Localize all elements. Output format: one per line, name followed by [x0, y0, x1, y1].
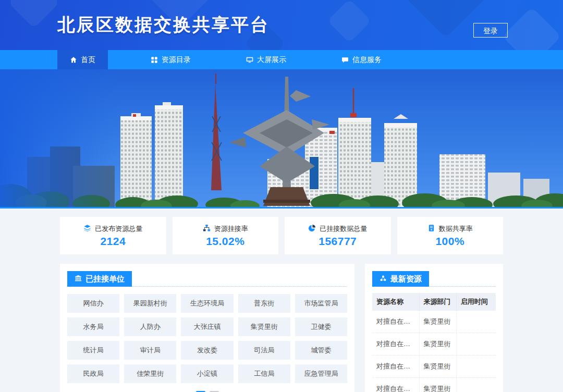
resource-name-cell[interactable]: 对擅自在市...	[372, 378, 419, 392]
nav-item-label: 大屏展示	[257, 55, 286, 65]
resource-name-cell[interactable]: 对擅自在异...	[372, 356, 419, 378]
unit-chip[interactable]: 普东街	[238, 294, 290, 313]
enable-time-cell	[456, 333, 496, 356]
unit-chip[interactable]: 市场监管局	[295, 294, 347, 313]
table-row[interactable]: 对擅自在涵... 集贤里街	[372, 311, 496, 333]
unit-chip[interactable]: 司法局	[238, 341, 290, 360]
connected-units-header: 已挂接单位	[67, 271, 132, 287]
unit-chip[interactable]: 水务局	[67, 317, 119, 336]
resource-name-cell[interactable]: 对擅自在涵...	[372, 311, 419, 333]
stat-value: 15.02%	[206, 235, 244, 248]
stat-label: 已发布资源总量	[95, 224, 142, 234]
unit-chip[interactable]: 民政局	[67, 364, 119, 383]
enable-time-cell	[456, 356, 496, 378]
nav-item-label: 资源目录	[162, 55, 191, 65]
latest-resources-header: 最新资源	[372, 271, 429, 287]
nav-item-resource-catalog[interactable]: 资源目录	[138, 50, 203, 69]
chat-icon	[341, 56, 349, 64]
unit-chip[interactable]: 审计局	[124, 341, 176, 360]
layers-icon	[83, 224, 91, 234]
home-icon	[70, 56, 77, 64]
stat-value: 2124	[100, 235, 126, 248]
unit-chip[interactable]: 发改委	[181, 341, 233, 360]
column-header-resource-name: 资源名称	[372, 293, 419, 311]
column-header-source-dept: 来源部门	[419, 293, 456, 311]
unit-chip[interactable]: 集贤里街	[238, 317, 290, 336]
stat-card-share-rate: 数据共享率 100%	[397, 217, 504, 254]
nav-item-label: 信息服务	[352, 55, 382, 65]
screen-icon	[246, 56, 253, 64]
stat-label: 数据共享率	[439, 224, 473, 234]
stat-label: 已挂接数据总量	[320, 224, 367, 234]
resource-name-cell[interactable]: 对擅自在透...	[372, 333, 419, 356]
nav-item-label: 首页	[81, 55, 95, 65]
site-title: 北辰区数据交换共享平台	[57, 13, 270, 37]
stats-row: 已发布资源总量 2124 资源挂接率 15.02% 已挂接数据总量 156777…	[60, 217, 503, 254]
source-dept-cell: 集贤里街	[419, 378, 456, 392]
enable-time-cell	[456, 311, 496, 333]
panel-title: 最新资源	[390, 274, 422, 284]
unit-chip[interactable]: 网信办	[67, 294, 119, 313]
main-nav: 首页 资源目录 大屏展示 信息服务	[0, 50, 563, 69]
panel-title: 已挂接单位	[85, 274, 125, 284]
unit-chip[interactable]: 工信局	[238, 364, 290, 383]
unit-chip[interactable]: 果园新村街	[124, 294, 176, 313]
unit-chip[interactable]: 生态环境局	[181, 294, 233, 313]
hero-banner-image	[0, 69, 563, 209]
stat-card-published-resources: 已发布资源总量 2124	[60, 217, 166, 254]
connected-units-panel: 已挂接单位 网信办 果园新村街 生态环境局 普东街 市场监管局 水务局 人防办 …	[60, 264, 354, 392]
table-header-row: 资源名称 来源部门 启用时间	[372, 293, 496, 311]
enable-time-cell	[456, 378, 496, 392]
flowchart-icon	[203, 224, 211, 234]
data-share-icon	[427, 224, 435, 234]
unit-chip[interactable]: 人防办	[124, 317, 176, 336]
header-pattern-shape	[327, 0, 372, 43]
stat-card-attached-data: 已挂接数据总量 156777	[285, 217, 391, 254]
unit-chip[interactable]: 佳荣里街	[124, 364, 176, 383]
header-pattern-shape	[8, 0, 60, 28]
bank-icon	[75, 275, 82, 284]
unit-chip[interactable]: 统计局	[67, 341, 119, 360]
unit-chip[interactable]: 小淀镇	[181, 364, 233, 383]
unit-chip[interactable]: 大张庄镇	[181, 317, 233, 336]
nav-item-big-screen[interactable]: 大屏展示	[234, 50, 299, 69]
table-row[interactable]: 对擅自在市... 集贤里街	[372, 378, 496, 392]
stat-label: 资源挂接率	[214, 224, 248, 234]
nav-item-info-service[interactable]: 信息服务	[329, 50, 394, 69]
unit-chip[interactable]: 应急管理局	[295, 364, 347, 383]
pie-icon	[308, 224, 316, 234]
column-header-enable-time: 启用时间	[456, 293, 496, 311]
source-dept-cell: 集贤里街	[419, 333, 456, 356]
resources-table: 资源名称 来源部门 启用时间 对擅自在涵... 集贤里街 对擅自在透... 集贤…	[372, 293, 496, 392]
stat-value: 100%	[435, 235, 464, 248]
stat-value: 156777	[319, 235, 357, 248]
share-nodes-icon	[380, 275, 387, 284]
unit-chip[interactable]: 城管委	[295, 341, 347, 360]
table-row[interactable]: 对擅自在透... 集贤里街	[372, 333, 496, 356]
grid-icon	[151, 56, 158, 64]
stat-card-attach-rate: 资源挂接率 15.02%	[173, 217, 279, 254]
source-dept-cell: 集贤里街	[419, 311, 456, 333]
nav-item-home[interactable]: 首页	[57, 50, 108, 69]
site-header: 北辰区数据交换共享平台 登录	[0, 0, 563, 50]
login-button[interactable]: 登录	[473, 23, 508, 38]
main-content: 已挂接单位 网信办 果园新村街 生态环境局 普东街 市场监管局 水务局 人防办 …	[60, 264, 503, 392]
latest-resources-panel: 最新资源 资源名称 来源部门 启用时间 对擅自在涵... 集贤里街 对擅自在透	[365, 264, 503, 392]
units-grid: 网信办 果园新村街 生态环境局 普东街 市场监管局 水务局 人防办 大张庄镇 集…	[67, 294, 347, 383]
table-row[interactable]: 对擅自在异... 集贤里街	[372, 356, 496, 378]
source-dept-cell: 集贤里街	[419, 356, 456, 378]
unit-chip[interactable]: 卫健委	[295, 317, 347, 336]
header-pattern-shape	[502, 7, 561, 50]
